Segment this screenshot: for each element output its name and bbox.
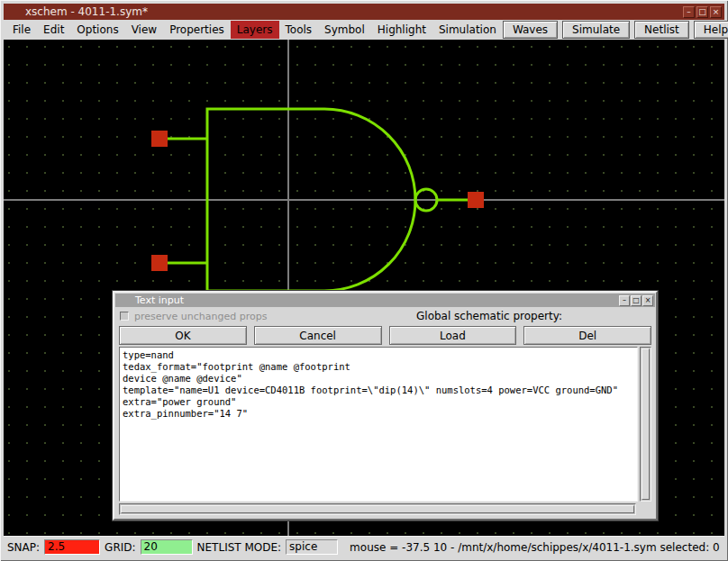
grid-value[interactable]: 20 (141, 539, 193, 555)
preserve-props-checkbox[interactable] (120, 312, 129, 321)
dialog-text-row: type=nand tedax_format="footprint @name … (119, 347, 651, 502)
load-button[interactable]: Load (389, 326, 517, 345)
minimize-icon[interactable]: – (683, 6, 695, 18)
menu-file[interactable]: File (6, 21, 37, 39)
menubar-buttons: Waves Simulate Netlist Help (503, 21, 728, 39)
dialog-hscroll-row (119, 503, 651, 515)
titlebar[interactable]: xschem - 4011-1.sym* – □ × (4, 4, 724, 20)
dialog-maximize-icon[interactable]: □ (631, 295, 642, 306)
dialog-minimize-icon[interactable]: – (619, 295, 630, 306)
input-pin-a[interactable] (151, 131, 168, 147)
menu-symbol[interactable]: Symbol (318, 21, 371, 39)
waves-button[interactable]: Waves (503, 21, 558, 39)
menu-tools[interactable]: Tools (279, 21, 319, 39)
horizontal-scrollbar-thumb[interactable] (121, 505, 634, 513)
cancel-button[interactable]: Cancel (254, 326, 382, 345)
menu-edit[interactable]: Edit (37, 21, 70, 39)
nand-gate-body[interactable] (207, 109, 415, 291)
menu-highlight[interactable]: Highlight (371, 21, 432, 39)
output-pin[interactable] (468, 192, 484, 208)
window-title: xschem - 4011-1.sym* (25, 5, 148, 18)
preserve-props-label: preserve unchanged props (134, 311, 267, 322)
menu-layers[interactable]: Layers (231, 21, 279, 39)
dialog-window-controls: – □ × (619, 295, 653, 306)
input-pin-b[interactable] (151, 255, 168, 271)
menu-view[interactable]: View (125, 21, 163, 39)
close-icon[interactable]: × (710, 6, 722, 18)
snap-label: SNAP: (7, 541, 40, 554)
window-controls: – □ × (683, 6, 722, 18)
maximize-icon[interactable]: □ (696, 6, 708, 18)
property-text-area[interactable]: type=nand tedax_format="footprint @name … (119, 347, 638, 502)
schematic-canvas[interactable]: Text input – □ × preserve unchanged prop… (4, 40, 724, 536)
global-property-label: Global schematic property: (416, 310, 562, 322)
netlist-mode-value[interactable]: spice (286, 539, 338, 555)
status-info: mouse = -37.5 10 - /mnt/x/home/schippes/… (350, 541, 720, 554)
ok-button[interactable]: OK (119, 326, 247, 345)
vertical-scrollbar[interactable] (640, 347, 651, 502)
dialog-button-row: OK Cancel Load Del (119, 326, 651, 345)
menu-options[interactable]: Options (70, 21, 124, 39)
horizontal-scrollbar[interactable] (119, 503, 636, 515)
dialog-title: Text input (135, 294, 184, 306)
netlist-mode-label: NETLIST MODE: (197, 541, 282, 554)
text-input-dialog: Text input – □ × preserve unchanged prop… (113, 291, 658, 520)
del-button[interactable]: Del (523, 326, 651, 345)
menu-simulation[interactable]: Simulation (432, 21, 503, 39)
scrollbar-corner (638, 503, 651, 515)
dialog-header-row: preserve unchanged props Global schemati… (114, 308, 656, 324)
statusbar: SNAP: 2.5 GRID: 20 NETLIST MODE: spice m… (4, 536, 724, 557)
dialog-close-icon[interactable]: × (642, 295, 653, 306)
xschem-window: xschem - 4011-1.sym* – □ × File Edit Opt… (0, 0, 728, 561)
snap-value[interactable]: 2.5 (44, 539, 100, 555)
simulate-button[interactable]: Simulate (562, 21, 630, 39)
netlist-button[interactable]: Netlist (634, 21, 689, 39)
help-button[interactable]: Help (694, 21, 728, 39)
menu-properties[interactable]: Properties (163, 21, 231, 39)
vertical-scrollbar-thumb[interactable] (642, 348, 650, 500)
menubar: File Edit Options View Properties Layers… (4, 20, 724, 40)
inversion-bubble-icon[interactable] (415, 189, 437, 211)
dialog-titlebar[interactable]: Text input – □ × (115, 294, 655, 307)
grid-label: GRID: (105, 541, 135, 554)
